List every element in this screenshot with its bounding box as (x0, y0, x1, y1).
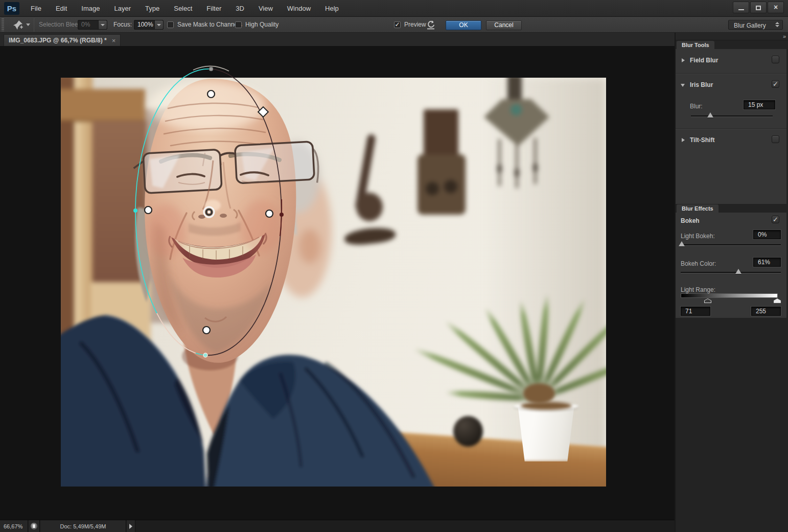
menu-image[interactable]: Image (74, 0, 107, 17)
iris-ellipse-left[interactable] (135, 69, 211, 313)
blur-amount-label: Blur: (690, 103, 703, 110)
menu-edit[interactable]: Edit (49, 0, 74, 17)
bokeh-color-slider-thumb[interactable] (735, 269, 741, 274)
ellipse-right-handle[interactable] (280, 213, 284, 217)
menu-type[interactable]: Type (138, 0, 167, 17)
status-flyout-arrow-icon[interactable] (127, 520, 135, 532)
right-panel-column: » Blur Tools Field Blur Iris Blur ✓ Blur… (675, 33, 788, 532)
high-quality-label: High Quality (245, 17, 279, 33)
menu: File Edit Image Layer Type Select Filter… (24, 0, 346, 17)
blur-tools-panel: Field Blur Iris Blur ✓ Blur: 15 px Tilt-… (676, 49, 786, 204)
field-blur-checkbox[interactable] (772, 56, 779, 63)
ellipse-bottom-handle[interactable] (203, 353, 207, 357)
zoom-level-field[interactable]: 66,67% (0, 520, 28, 532)
menu-file[interactable]: File (24, 0, 49, 17)
light-bokeh-label: Light Bokeh: (681, 233, 715, 240)
minimize-icon (738, 9, 744, 10)
tilt-shift-label[interactable]: Tilt-Shift (690, 136, 714, 144)
focus-value: 100% (134, 20, 154, 29)
collapse-panels-icon[interactable]: » (783, 33, 786, 39)
chevron-down-icon[interactable] (98, 20, 107, 29)
light-range-max-field[interactable]: 255 (751, 307, 781, 316)
reset-icon[interactable] (426, 20, 436, 30)
feather-handle-right[interactable] (266, 210, 273, 217)
focus-label: Focus: (113, 17, 132, 33)
close-tab-icon[interactable]: × (112, 37, 116, 44)
selection-bleed-label: Selection Bleed: (39, 17, 83, 33)
blur-effects-tab-row: Blur Effects (676, 204, 788, 213)
preview-label: Preview (404, 17, 426, 33)
menu-view[interactable]: View (251, 0, 280, 17)
menu-window[interactable]: Window (280, 0, 318, 17)
cancel-button[interactable]: Cancel (486, 20, 522, 30)
light-range-max-thumb[interactable] (774, 298, 781, 303)
selection-bleed-dropdown[interactable]: 0% (78, 20, 107, 30)
preview-checkbox[interactable]: ✓ (394, 21, 401, 28)
bokeh-color-slider-track[interactable] (681, 272, 781, 273)
light-bokeh-field[interactable]: 0% (753, 230, 781, 239)
maximize-button[interactable] (750, 2, 767, 13)
menu-filter[interactable]: Filter (199, 0, 228, 17)
save-mask-label: Save Mask to Channels (177, 17, 242, 33)
tab-blur-tools[interactable]: Blur Tools (677, 41, 714, 49)
ellipse-left-handle[interactable] (133, 209, 137, 213)
workspace-value: Blur Gallery (729, 22, 766, 29)
pin-tool-dropdown-icon[interactable] (26, 24, 30, 26)
ellipse-top-handle[interactable] (209, 67, 213, 71)
updown-arrows-icon (775, 22, 779, 27)
tilt-shift-disclosure-icon[interactable] (682, 138, 685, 142)
feather-handle-bottom[interactable] (203, 327, 210, 334)
menu-select[interactable]: Select (167, 0, 199, 17)
workspace-dropdown[interactable]: Blur Gallery (728, 20, 783, 30)
blur-amount-field[interactable]: 15 px (744, 100, 775, 109)
light-range-min-thumb[interactable] (704, 298, 711, 303)
iris-blur-label[interactable]: Iris Blur (690, 81, 713, 88)
focus-dropdown[interactable]: 100% (134, 20, 164, 30)
menu-3d[interactable]: 3D (228, 0, 251, 17)
light-bokeh-slider-thumb[interactable] (679, 241, 685, 246)
iris-ellipse-rightedge[interactable] (280, 199, 282, 236)
blur-pin-tool-icon[interactable] (12, 19, 25, 31)
light-range-label: Light Range: (681, 286, 715, 293)
photoshop-window: Ps File Edit Image Layer Type Select Fil… (0, 0, 788, 532)
divider (676, 128, 786, 129)
field-blur-disclosure-icon[interactable] (682, 58, 685, 62)
separator (34, 18, 34, 32)
light-range-gradient-bar[interactable] (681, 293, 778, 298)
iris-blur-disclosure-icon[interactable] (681, 84, 685, 87)
tab-blur-effects[interactable]: Blur Effects (677, 204, 719, 213)
bokeh-color-field[interactable]: 61% (753, 258, 781, 267)
menu-layer[interactable]: Layer (107, 0, 138, 17)
iris-ellipse-bottomleft[interactable] (157, 313, 196, 353)
iris-blur-checkbox[interactable]: ✓ (772, 80, 779, 88)
blur-slider-thumb[interactable] (707, 112, 713, 118)
light-range-min-field[interactable]: 71 (681, 307, 710, 316)
feather-handle-top[interactable] (207, 90, 215, 98)
options-bar: Selection Bleed: 0% Focus: 100% Save Mas… (0, 17, 788, 33)
high-quality-checkbox[interactable] (235, 21, 242, 28)
tilt-shift-checkbox[interactable] (772, 135, 779, 143)
save-mask-checkbox[interactable] (167, 21, 174, 28)
toolbar-grip (2, 18, 4, 31)
feather-handle-left[interactable] (145, 206, 152, 214)
panel-header-strip: » (676, 33, 788, 40)
bokeh-checkbox[interactable]: ✓ (772, 216, 779, 223)
light-bokeh-slider-track[interactable] (681, 244, 781, 245)
menu-help[interactable]: Help (318, 0, 346, 17)
document-tab[interactable]: IMG_0683.JPG @ 66,7% (RGB/8) * × (4, 34, 121, 46)
center-pin[interactable] (204, 207, 214, 217)
bokeh-label: Bokeh (681, 217, 700, 224)
minimize-button[interactable] (733, 2, 749, 13)
doc-size-info: Doc: 5,49M/5,49M (40, 520, 126, 532)
roundness-diamond-handle[interactable] (258, 107, 268, 117)
close-window-button[interactable]: × (768, 2, 784, 13)
bokeh-color-label: Bokeh Color: (681, 260, 716, 267)
field-blur-label[interactable]: Field Blur (690, 57, 718, 64)
ok-button[interactable]: OK (446, 20, 481, 30)
canvas[interactable] (0, 46, 675, 520)
document-tab-title: IMG_0683.JPG @ 66,7% (RGB/8) * (9, 37, 107, 44)
menu-bar: Ps File Edit Image Layer Type Select Fil… (0, 0, 788, 17)
blur-slider-track[interactable] (691, 115, 773, 117)
blur-effects-panel: Bokeh ✓ Light Bokeh: 0% Bokeh Color: 61%… (676, 213, 786, 318)
chevron-down-icon[interactable] (154, 20, 163, 29)
